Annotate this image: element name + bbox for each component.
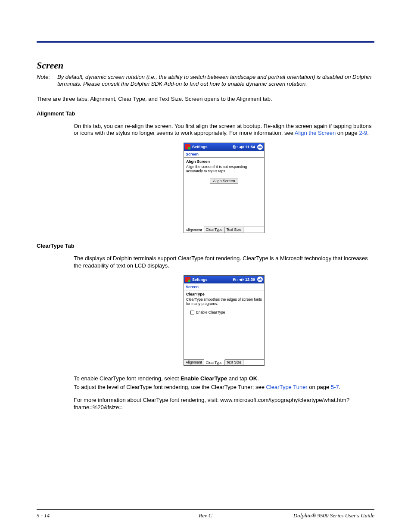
cleartype-tuner-link[interactable]: ClearType Tuner	[266, 384, 308, 390]
tab-alignment[interactable]: Alignment	[184, 360, 204, 365]
device-title: Settings	[192, 145, 233, 149]
alignment-heading: Alignment Tab	[37, 110, 374, 117]
alignment-text-post: on page	[336, 130, 359, 136]
device-body: ClearType ClearType smoothes the edges o…	[184, 290, 264, 359]
adjust-instruction: To adjust the level of ClearType font re…	[74, 384, 374, 391]
section-heading: Screen	[37, 60, 374, 71]
tab-textsize[interactable]: Text Size	[225, 360, 244, 365]
top-rule	[37, 41, 374, 43]
alignment-paragraph: On this tab, you can re-align the screen…	[74, 123, 374, 137]
signal-icon: ↕	[236, 145, 238, 149]
footer-page: 5 - 14	[37, 512, 50, 519]
ok-button[interactable]: ok	[257, 277, 263, 282]
tab-cleartype[interactable]: ClearType	[204, 227, 225, 233]
device-tray: ⎘ ↕ ◀× 11:54 ok	[233, 144, 263, 150]
checkbox-box-icon	[190, 311, 194, 314]
note-label: Note:	[37, 74, 57, 88]
body-heading: ClearType	[186, 292, 262, 296]
device-time: 11:54	[245, 145, 255, 149]
enable-cleartype-checkbox[interactable]: Enable ClearType	[190, 310, 262, 314]
alignment-period: .	[367, 130, 369, 136]
tray-icon: ⎘	[233, 145, 235, 149]
enable-mid: and tap	[227, 375, 249, 382]
cleartype-paragraph: The displays of Dolphin terminals suppor…	[74, 255, 374, 269]
device-tabs: Alignment ClearType Text Size	[184, 359, 264, 365]
windows-flag-icon	[185, 277, 190, 282]
page-footer: 5 - 14 Rev C Dolphin® 9500 Series User's…	[37, 509, 374, 519]
device-body: Align Screen Align the screen if it is n…	[184, 158, 264, 227]
enable-bold1: Enable ClearType	[181, 375, 227, 382]
ok-button[interactable]: ok	[257, 144, 263, 150]
note-block: Note: By default, dynamic screen rotatio…	[37, 74, 374, 88]
body-heading: Align Screen	[186, 159, 262, 164]
device-subheader: Screen	[184, 151, 264, 158]
device-titlebar: Settings ⎘ ↕ ◀× 12:39 ok	[184, 276, 264, 283]
alignment-pageref: 2-9	[359, 130, 367, 136]
tab-textsize[interactable]: Text Size	[225, 227, 244, 233]
adjust-pre: To adjust the level of ClearType font re…	[74, 384, 266, 390]
adjust-pageref: 5-7	[331, 384, 339, 390]
more-info: For more information about ClearType fon…	[74, 397, 374, 411]
footer-guide: Dolphin® 9500 Series User's Guide	[293, 512, 374, 519]
enable-post: .	[257, 375, 259, 382]
cleartype-block: The displays of Dolphin terminals suppor…	[74, 255, 374, 411]
enable-pre: To enable ClearType font rendering, sele…	[74, 375, 181, 382]
enable-instruction: To enable ClearType font rendering, sele…	[74, 375, 374, 382]
device-tray: ⎘ ↕ ◀× 12:39 ok	[233, 277, 263, 282]
note-text: By default, dynamic screen rotation (i.e…	[57, 74, 374, 88]
checkbox-label: Enable ClearType	[196, 310, 225, 314]
cleartype-heading: ClearType Tab	[37, 243, 374, 249]
body-description: Align the screen if it is not responding…	[186, 165, 262, 173]
signal-icon: ↕	[236, 277, 238, 282]
device-titlebar: Settings ⎘ ↕ ◀× 11:54 ok	[184, 143, 264, 151]
speaker-icon: ◀×	[239, 277, 244, 282]
windows-flag-icon	[185, 144, 190, 149]
footer-rev: Rev C	[199, 512, 212, 519]
intro-paragraph: There are three tabs: Alignment, Clear T…	[37, 96, 374, 103]
device-tabs: Alignment ClearType Text Size	[184, 227, 264, 233]
speaker-icon: ◀×	[239, 145, 244, 149]
device-time: 12:39	[245, 277, 255, 282]
body-description: ClearType smoothes the edges of screen f…	[186, 297, 262, 306]
tray-icon: ⎘	[233, 277, 235, 282]
tab-alignment[interactable]: Alignment	[184, 227, 204, 233]
device-screenshot-alignment: Settings ⎘ ↕ ◀× 11:54 ok Screen Align Sc…	[184, 143, 265, 233]
device-subheader: Screen	[184, 283, 264, 290]
device-screenshot-cleartype: Settings ⎘ ↕ ◀× 12:39 ok Screen ClearTyp…	[184, 275, 265, 366]
alignment-block: On this tab, you can re-align the screen…	[74, 123, 374, 233]
align-screen-link[interactable]: Align the Screen	[295, 130, 336, 136]
enable-bold2: OK	[249, 375, 258, 382]
adjust-post: .	[339, 384, 341, 390]
align-screen-button[interactable]: Align Screen	[210, 178, 238, 184]
tab-cleartype[interactable]: ClearType	[204, 359, 225, 365]
device-title: Settings	[192, 277, 233, 282]
adjust-mid: on page	[308, 384, 331, 390]
